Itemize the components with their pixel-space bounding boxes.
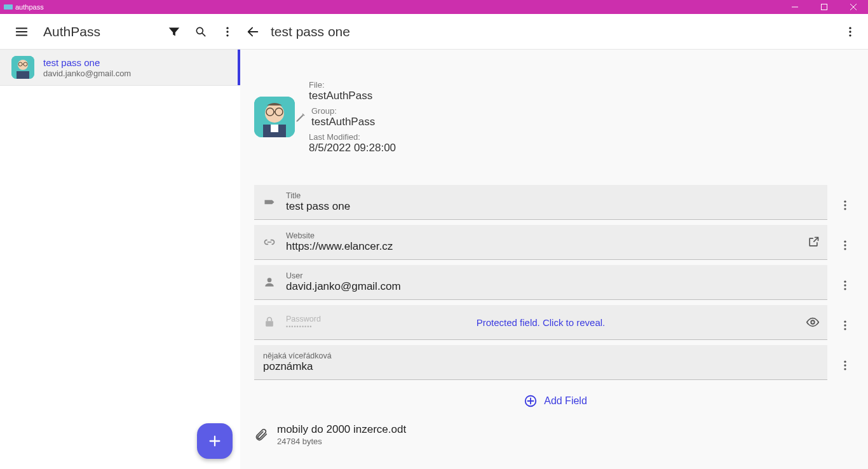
window-minimize-button[interactable] (780, 0, 810, 14)
svg-point-25 (268, 278, 272, 282)
svg-point-34 (844, 360, 846, 362)
app-header: AuthPass test pass one (0, 14, 868, 50)
svg-point-33 (844, 328, 846, 330)
add-field-button[interactable]: Add Field (254, 385, 857, 414)
svg-rect-0 (822, 4, 827, 10)
svg-point-35 (844, 364, 846, 366)
group-label: Group: (311, 106, 375, 116)
open-url-button[interactable] (807, 236, 820, 248)
tag-icon (262, 196, 277, 208)
svg-point-22 (844, 240, 846, 242)
field-website[interactable]: Website https://www.elancer.cz (254, 225, 827, 260)
svg-point-31 (844, 320, 846, 322)
add-entry-fab[interactable] (197, 423, 233, 459)
svg-point-36 (844, 368, 846, 370)
back-button[interactable] (240, 19, 266, 44)
svg-point-2 (226, 27, 228, 29)
field-title[interactable]: Title test pass one (254, 185, 827, 220)
field-more-button[interactable] (834, 305, 857, 345)
entry-title: test pass one (268, 24, 350, 39)
svg-point-3 (226, 31, 228, 32)
svg-point-5 (849, 27, 851, 29)
field-user[interactable]: User david.janko@gmail.com (254, 265, 827, 300)
window-maximize-button[interactable] (810, 0, 839, 14)
window-title: authpass (15, 3, 44, 11)
window-title-bar: authpass (0, 0, 868, 14)
svg-point-23 (844, 244, 846, 246)
filter-button[interactable] (161, 19, 187, 44)
svg-point-32 (844, 324, 846, 326)
field-value: https://www.elancer.cz (286, 240, 798, 253)
entries-list: test pass one david.janko@gmail.com (0, 50, 240, 469)
group-value: testAuthPass (311, 116, 375, 128)
svg-rect-16 (271, 125, 278, 132)
modified-value: 8/5/2022 09:28:00 (309, 142, 396, 154)
file-label: File: (309, 80, 396, 90)
detail-more-button[interactable] (837, 19, 863, 44)
field-more-button[interactable] (834, 225, 857, 265)
svg-point-20 (844, 204, 846, 206)
field-label: nějaká víceřádková (263, 351, 820, 360)
svg-point-6 (849, 31, 851, 32)
add-field-label: Add Field (544, 395, 587, 407)
svg-point-9 (18, 60, 28, 70)
user-icon (262, 276, 277, 289)
list-item-subtitle: david.janko@gmail.com (43, 69, 131, 78)
field-value: david.janko@gmail.com (286, 280, 820, 293)
entry-detail: File: testAuthPass Group: testAuthPass L… (240, 50, 868, 469)
svg-point-19 (844, 200, 846, 202)
svg-point-7 (849, 34, 851, 36)
app-icon (4, 4, 13, 10)
window-close-button[interactable] (839, 0, 868, 14)
modified-label: Last Modified: (309, 132, 396, 142)
protected-field-message[interactable]: Protected field. Click to reveal. (254, 317, 827, 328)
svg-point-26 (844, 280, 846, 282)
svg-point-21 (844, 208, 846, 210)
list-item[interactable]: test pass one david.janko@gmail.com (0, 50, 240, 86)
field-label: Website (286, 231, 798, 240)
field-more-button[interactable] (834, 185, 857, 225)
list-item-title: test pass one (43, 57, 131, 68)
field-note[interactable]: nějaká víceřádková poznámka (254, 345, 827, 380)
field-label: Title (286, 191, 820, 200)
attachment-row[interactable]: mobily do 2000 inzerce.odt 24784 bytes (240, 414, 868, 446)
link-icon (262, 236, 277, 248)
file-value: testAuthPass (309, 90, 396, 102)
hamburger-menu-button[interactable] (9, 19, 34, 44)
edit-group-icon[interactable] (295, 112, 306, 123)
svg-point-24 (844, 248, 846, 250)
field-password[interactable]: Password •••••••••• Protected field. Cli… (254, 305, 827, 340)
list-more-button[interactable] (215, 19, 240, 44)
field-more-button[interactable] (834, 345, 857, 385)
entry-avatar (254, 97, 295, 137)
svg-point-14 (265, 104, 284, 123)
field-more-button[interactable] (834, 265, 857, 305)
selection-indicator (238, 50, 240, 85)
svg-rect-10 (17, 71, 29, 79)
search-button[interactable] (188, 19, 214, 44)
avatar (11, 56, 34, 79)
svg-point-27 (844, 284, 846, 286)
field-value: poznámka (263, 360, 820, 373)
svg-point-4 (226, 34, 228, 36)
attachment-name: mobily do 2000 inzerce.odt (277, 423, 406, 436)
app-title: AuthPass (39, 24, 156, 39)
svg-point-1 (196, 27, 203, 34)
attachment-size: 24784 bytes (277, 437, 406, 446)
field-value: test pass one (286, 200, 820, 213)
field-label: User (286, 271, 820, 280)
svg-point-28 (844, 288, 846, 290)
paperclip-icon (254, 428, 268, 442)
